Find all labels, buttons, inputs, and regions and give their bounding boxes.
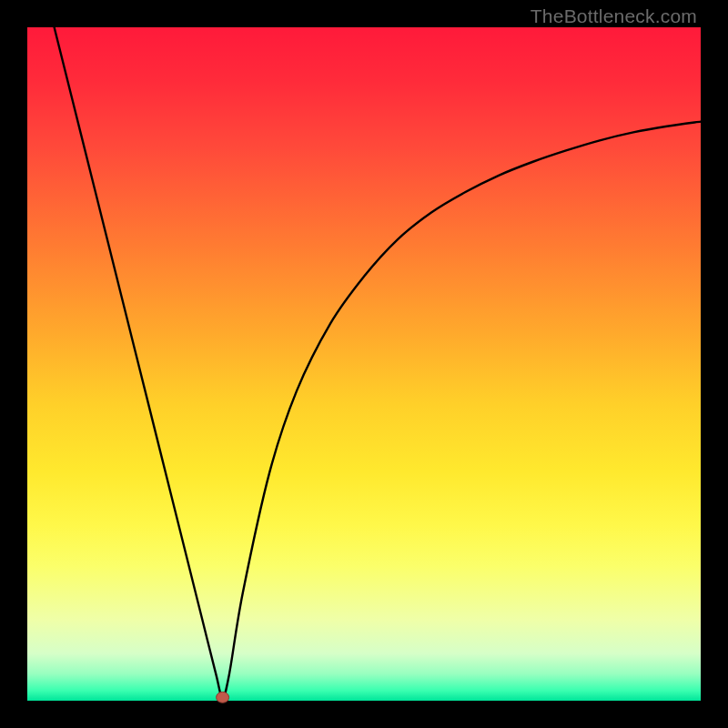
curve-layer — [27, 27, 701, 701]
plot-area — [27, 27, 701, 701]
bottleneck-curve — [55, 27, 701, 697]
chart-frame: TheBottleneck.com — [0, 0, 728, 728]
watermark-text: TheBottleneck.com — [531, 5, 697, 27]
minimum-marker — [217, 692, 229, 703]
